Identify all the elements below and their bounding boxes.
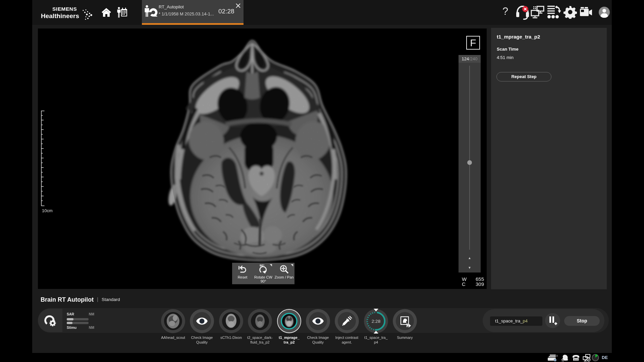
svg-text:90°: 90° [260,263,265,267]
svg-text:3: 3 [556,355,558,357]
svg-text:2:28: 2:28 [372,319,380,324]
